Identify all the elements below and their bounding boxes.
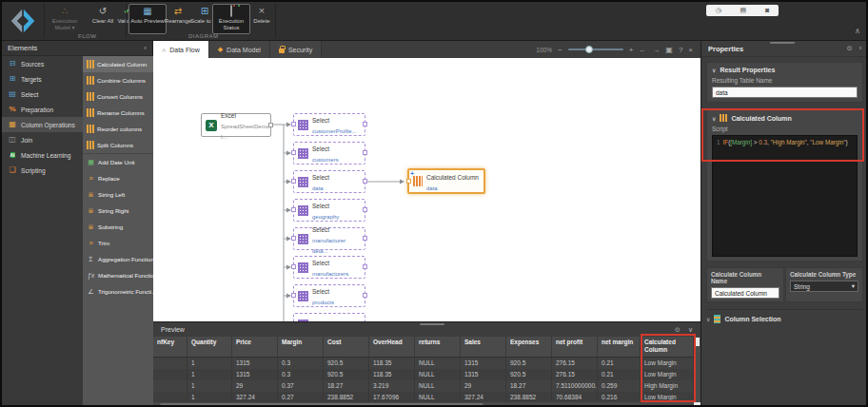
col-header[interactable]: Cost xyxy=(324,337,369,358)
table-horizontal-scrollbar[interactable]: ◂ xyxy=(153,402,694,407)
column-selection-section[interactable]: ∨ Column Selection xyxy=(706,309,863,323)
column-type-dropdown[interactable]: String▾ xyxy=(790,281,858,292)
col-header[interactable]: Calculated Column xyxy=(641,337,694,358)
output-port[interactable] xyxy=(363,293,367,298)
help-icon[interactable]: ? xyxy=(679,46,682,54)
category-join[interactable]: ◫Join xyxy=(2,132,83,147)
category-scripting[interactable]: ❏Scripting xyxy=(2,163,83,178)
output-port[interactable] xyxy=(363,179,367,184)
execution-model-button[interactable]: ∴ Execution Model ▾ xyxy=(46,4,84,34)
select-node-manufacturer-details[interactable]: Selectmanufacturer deta... xyxy=(293,227,365,250)
input-port[interactable] xyxy=(291,179,296,184)
preview-collapse-icon[interactable]: ∨ xyxy=(688,326,693,334)
output-port[interactable] xyxy=(363,122,367,126)
select-node-products[interactable]: Selectproducts xyxy=(293,284,365,307)
input-port[interactable] xyxy=(291,207,296,212)
zoom-slider[interactable] xyxy=(568,48,623,50)
properties-collapse-icon[interactable]: › xyxy=(859,45,861,52)
op-combine-columns[interactable]: Combine Columns xyxy=(83,72,153,88)
output-port[interactable] xyxy=(363,264,367,269)
op-replace[interactable]: ≡Replace xyxy=(83,170,153,186)
redo-icon[interactable]: → xyxy=(652,46,660,54)
select-node-manufacturers[interactable]: Selectmanufacturers xyxy=(293,256,365,279)
col-header[interactable]: net margin xyxy=(598,337,641,358)
op-trigonometric-function[interactable]: ∠Trigonometric Functi... xyxy=(83,283,153,300)
preview-table[interactable]: nfKey Quantity Price Margin Cost OverHea… xyxy=(153,337,700,403)
tab-security[interactable]: Security xyxy=(270,41,322,58)
input-port[interactable] xyxy=(291,122,296,126)
scroll-left-icon[interactable]: ◂ xyxy=(153,403,160,407)
col-header[interactable]: returns xyxy=(415,337,461,358)
resulting-table-name-input[interactable]: data xyxy=(712,87,858,98)
input-port[interactable] xyxy=(291,150,296,155)
select-node-customerprofile[interactable]: SelectcustomerProfile... xyxy=(293,113,365,136)
op-convert-columns[interactable]: Convert Columns xyxy=(83,88,153,105)
report-icon[interactable]: ▤ xyxy=(740,5,747,16)
op-aggregation-function[interactable]: ΣAggregation Function xyxy=(83,251,153,267)
excel-source-node[interactable]: X Excel SpreadSheetDemo I... xyxy=(201,113,271,137)
zoom-in-icon[interactable]: + xyxy=(629,46,634,54)
result-properties-header[interactable]: ∨Result Properties xyxy=(712,67,858,73)
category-column-operations[interactable]: ▦Column Operations xyxy=(2,117,83,132)
input-port[interactable] xyxy=(291,293,296,298)
op-string-left[interactable]: ≣String Left xyxy=(83,186,153,203)
op-reorder-columns[interactable]: Reorder columns xyxy=(83,121,153,137)
category-preparation[interactable]: %Preparation xyxy=(2,102,83,117)
select-node-clipped[interactable]: Select xyxy=(293,313,365,321)
column-name-label: Calculate Column Name xyxy=(711,271,779,284)
output-port[interactable] xyxy=(268,123,273,127)
op-mathematical-function[interactable]: ƒxMathematical Function xyxy=(83,267,153,283)
select-node-data[interactable]: Selectdata xyxy=(293,170,365,193)
op-string-right[interactable]: ≣String Right xyxy=(83,203,153,219)
ribbon-collapse-icon[interactable]: ∧ xyxy=(855,27,860,35)
category-sources[interactable]: ⊟Sources xyxy=(2,56,83,71)
select-node-geography[interactable]: Selectgeography xyxy=(293,199,365,222)
scrollbar-thumb[interactable] xyxy=(695,338,700,346)
zoom-out-icon[interactable]: − xyxy=(558,46,562,54)
preview-resize-grip[interactable] xyxy=(420,323,444,325)
op-rename-columns[interactable]: Rename Columns xyxy=(83,105,153,121)
input-port[interactable] xyxy=(291,236,296,241)
col-header[interactable]: OverHead xyxy=(369,337,415,358)
properties-resize-grip[interactable] xyxy=(770,42,795,44)
op-calculated-column[interactable]: Calculated Column xyxy=(83,56,153,72)
output-port[interactable] xyxy=(363,150,367,155)
input-port[interactable] xyxy=(406,179,411,184)
category-targets[interactable]: ⊞Targets xyxy=(2,71,83,87)
save-icon[interactable]: ▣ xyxy=(665,46,673,54)
data-flow-canvas[interactable]: X Excel SpreadSheetDemo I... Selectcusto… xyxy=(153,58,700,321)
col-header[interactable]: nfKey xyxy=(153,337,187,358)
op-add-date-unit[interactable]: ▦Add Date Unit xyxy=(83,154,153,170)
op-split-columns[interactable]: Split Columns xyxy=(83,137,153,153)
tab-data-flow[interactable]: ⑃Data Flow xyxy=(153,41,209,58)
category-select[interactable]: ▤Select xyxy=(2,87,83,102)
properties-eye-icon[interactable]: ⊙ xyxy=(847,45,853,52)
elements-collapse-icon[interactable]: ‹ xyxy=(144,44,147,52)
col-header[interactable]: Price xyxy=(232,337,278,358)
input-port[interactable] xyxy=(291,264,296,269)
category-machine-learning[interactable]: AIMachine Learning xyxy=(2,147,83,163)
close-icon[interactable]: × xyxy=(688,46,693,54)
tab-data-model[interactable]: ◆Data Model xyxy=(209,41,270,58)
undo-icon[interactable]: ← xyxy=(639,46,646,54)
calculated-column-header[interactable]: ∨Calculated Column xyxy=(712,114,858,122)
feedback-icon[interactable]: ◙ xyxy=(765,5,769,16)
op-substring[interactable]: ≣Substring xyxy=(83,219,153,235)
zoom-slider-thumb[interactable] xyxy=(585,46,593,53)
output-port[interactable] xyxy=(363,207,367,212)
scrollbar-thumb[interactable] xyxy=(160,403,483,407)
col-header[interactable]: Quantity xyxy=(187,337,232,358)
select-node-customers[interactable]: Selectcustomers xyxy=(293,142,365,165)
op-trim[interactable]: ≡Trim xyxy=(83,235,153,251)
col-header[interactable]: Margin xyxy=(278,337,324,358)
col-header[interactable]: Sales xyxy=(461,337,506,358)
output-port[interactable] xyxy=(363,236,367,241)
history-icon[interactable]: ◷ xyxy=(716,5,721,16)
table-vertical-scrollbar[interactable] xyxy=(694,337,700,402)
script-editor[interactable]: 1IF([Margin] > 0.3, "High Margin", "Low … xyxy=(712,135,858,257)
calculated-column-node[interactable]: Calculated Column data xyxy=(407,168,485,194)
column-name-input[interactable]: Calculated Column xyxy=(711,287,779,299)
col-header[interactable]: net profit xyxy=(552,337,598,358)
preview-eye-icon[interactable]: ⊙ xyxy=(675,326,681,334)
col-header[interactable]: Expenses xyxy=(506,337,552,358)
